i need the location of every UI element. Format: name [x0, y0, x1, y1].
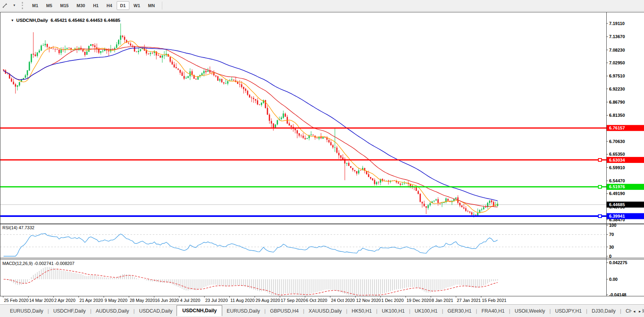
- pointer-tool-icon[interactable]: [0, 1, 9, 10]
- date-tick-label: 19 Dec 2020: [406, 298, 431, 303]
- chart-tab-UK100-H1[interactable]: UK100,H1: [410, 306, 442, 316]
- macd-pane[interactable]: 0.0422750.00-0.04148: [0, 259, 644, 296]
- rsi-axis-label: 30: [609, 245, 614, 249]
- date-tick-label: 24 Oct 2020: [331, 298, 355, 303]
- chart-tab-EURUSD-Daily[interactable]: EURUSD,Daily: [6, 306, 48, 316]
- horizontal-line-object[interactable]: 6.63034: [0, 157, 644, 163]
- chart-tab-USOil-Weekly[interactable]: USOil,Weekly: [510, 306, 550, 316]
- price-level-badge-text: 6.63034: [609, 158, 625, 162]
- chart-ohlc-values: 6.45421 6.45462 6.44453 6.44685: [50, 18, 120, 23]
- price-tick-label: 6.70630: [609, 139, 625, 144]
- tab-scroll-controls: ◂ ▸: [632, 305, 642, 317]
- timeframe-buttons: M1M5M15M30H1H4D1W1MN: [28, 1, 159, 10]
- rsi-axis-label: 100: [609, 224, 616, 228]
- horizontal-line-object[interactable]: 6.51976: [0, 184, 644, 190]
- horizontal-line-object[interactable]: 6.39941: [0, 213, 644, 219]
- chart-tab-EURUSD-Daily[interactable]: EURUSD,Daily: [222, 306, 264, 316]
- timeframe-button-M1[interactable]: M1: [29, 1, 42, 10]
- chart-tab-GBPUSD-H4[interactable]: GBPUSD,H4: [265, 306, 303, 316]
- ma-slow-line: [4, 48, 498, 201]
- timeframe-button-M15[interactable]: M15: [57, 1, 72, 10]
- timeframe-button-MN[interactable]: MN: [144, 1, 158, 10]
- chart-tab-FRA40-H1[interactable]: FRA40,H1: [477, 306, 509, 316]
- current-price-badge-text: 6.44685: [609, 202, 625, 207]
- price-tick-label: 7.19110: [609, 21, 625, 26]
- timeframe-button-M5[interactable]: M5: [42, 1, 56, 10]
- date-tick-label: 28 May 2020: [130, 298, 155, 303]
- price-tick-label: 7.08230: [609, 48, 625, 52]
- date-tick-label: 8 Jan 2021: [432, 298, 453, 303]
- collapse-chart-icon[interactable]: ▼: [11, 19, 14, 22]
- date-tick-label: 16 Jun 2020: [155, 298, 179, 303]
- date-tick-label: 27 Jan 2021: [457, 298, 481, 303]
- timeframe-button-D1[interactable]: D1: [117, 1, 129, 10]
- date-axis: 25 Feb 202014 Mar 20202 Apr 202021 Apr 2…: [0, 296, 644, 304]
- chart-tab-USDJPY-H1[interactable]: USDJPY,H1: [551, 306, 586, 316]
- timeframe-button-H4[interactable]: H4: [103, 1, 115, 10]
- date-tick-label: 25 Feb 2020: [4, 298, 29, 303]
- date-tick-label: 9 May 2020: [105, 298, 127, 303]
- price-axis[interactable]: 7.191107.136707.082307.029506.975106.922…: [606, 21, 625, 222]
- rsi-indicator-label: RSI(14) 47.7332: [2, 225, 35, 230]
- date-tick-label: 23 Jul 2020: [205, 298, 228, 303]
- rsi-pane[interactable]: 10070300: [0, 224, 644, 259]
- price-tick-label: 7.13670: [609, 34, 625, 39]
- chart-tab-DJ30-Daily[interactable]: DJ30,Daily: [587, 306, 620, 316]
- price-tick-label: 6.81350: [609, 113, 625, 118]
- macd-axis-label: 0.00: [609, 277, 617, 282]
- chart-tab-USDCAD-Daily[interactable]: USDCAD,Daily: [135, 306, 177, 316]
- chart-tab-UK100-H1[interactable]: UK100,H1: [377, 306, 409, 316]
- main-chart-pane[interactable]: 7.191107.136707.082307.029506.975106.922…: [0, 11, 644, 224]
- price-tick-label: 7.02950: [609, 60, 625, 65]
- chart-tabs-bar: EURUSD,Daily|USDCHF,Daily|AUDUSD,Daily|U…: [0, 304, 644, 317]
- price-tick-label: 6.49190: [609, 191, 625, 196]
- macd-axis-label: -0.04148: [609, 292, 626, 296]
- line-handle[interactable]: [598, 158, 602, 161]
- date-tick-label: 11 Aug 2020: [231, 298, 255, 303]
- rsi-axis-label: 0: [609, 254, 611, 259]
- timeframe-button-H1[interactable]: H1: [89, 1, 102, 10]
- price-tick-label: 6.97510: [609, 73, 625, 78]
- macd-signal-line: [4, 269, 498, 295]
- macd-indicator-label: MACD(12,26,9) -0.002741 -0.008207: [2, 261, 75, 266]
- tab-scroll-right-icon[interactable]: ▸: [639, 309, 641, 313]
- chart-tab-XAUUSD-Daily[interactable]: XAUUSD,Daily: [304, 306, 346, 316]
- tab-scroll-left-icon[interactable]: ◂: [633, 309, 635, 313]
- price-tick-label: 6.65350: [609, 152, 625, 157]
- date-tick-label: 29 Aug 2020: [256, 298, 280, 303]
- chart-tab-AUDUSD-Daily[interactable]: AUDUSD,Daily: [91, 306, 133, 316]
- price-tick-label: 6.86790: [609, 100, 625, 104]
- date-tick-label: 12 Nov 2020: [356, 298, 381, 303]
- chart-tab-USDCHF-Daily[interactable]: USDCHF,Daily: [49, 306, 90, 316]
- horizontal-line-object[interactable]: 6.76157: [0, 125, 644, 131]
- date-tick-label: 15 Feb 2021: [482, 298, 507, 303]
- price-tick-label: 6.59910: [609, 165, 625, 170]
- line-handle[interactable]: [598, 186, 602, 188]
- toolbar-grip-handle[interactable]: [22, 2, 25, 9]
- chart-tab-GER30-H1[interactable]: GER30,H1: [443, 306, 476, 316]
- timeframe-button-W1[interactable]: W1: [130, 1, 144, 10]
- chart-tab-USDCNH-Daily[interactable]: USDCNH,Daily: [177, 305, 222, 316]
- ma-mid-line: [4, 46, 498, 207]
- chart-tab-HK50-H1[interactable]: HK50,H1: [347, 306, 376, 316]
- rsi-line: [4, 234, 498, 256]
- date-tick-label: 1 Dec 2020: [381, 298, 404, 303]
- date-tick-label: 14 Mar 2020: [29, 298, 54, 303]
- timeframe-button-M30[interactable]: M30: [73, 1, 88, 10]
- price-level-badge-text: 6.76157: [609, 126, 625, 130]
- tool-dropdown-caret[interactable]: ▾: [10, 1, 19, 10]
- date-tick-label: 21 Apr 2020: [79, 298, 103, 303]
- chart-window: ▼USDCNH,Daily 6.45421 6.45462 6.44453 6.…: [0, 11, 644, 304]
- date-tick-label: 6 Oct 2020: [306, 298, 327, 303]
- chevron-down-icon: ▾: [13, 4, 15, 7]
- price-tick-label: 6.92230: [609, 87, 625, 91]
- macd-histogram: [4, 267, 498, 295]
- date-tick-label: 17 Sep 2020: [281, 298, 305, 303]
- trading-app-window: ▾ M1M5M15M30H1H4D1W1MN ▼USDCNH,Daily 6.4…: [0, 0, 644, 317]
- chart-tabs: EURUSD,Daily|USDCHF,Daily|AUDUSD,Daily|U…: [6, 305, 644, 317]
- line-handle[interactable]: [598, 215, 602, 218]
- chart-symbol-label: USDCNH,Daily: [16, 18, 48, 23]
- candlesticks: [3, 23, 498, 217]
- rsi-axis-label: 70: [609, 232, 614, 237]
- price-level-badge-text: 6.51976: [609, 184, 625, 189]
